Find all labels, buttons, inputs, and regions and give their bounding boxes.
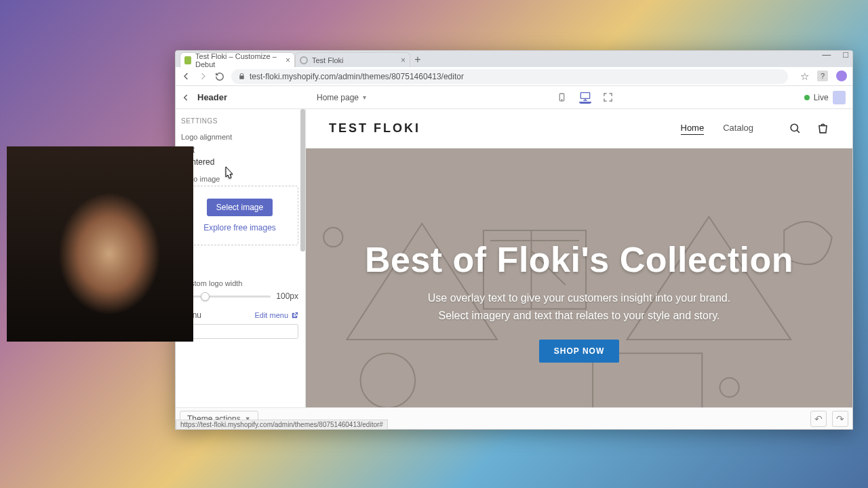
bookmark-star-icon[interactable]: ☆ <box>800 70 809 83</box>
search-icon[interactable] <box>789 122 802 135</box>
url-field[interactable]: test-floki.myshopify.com/admin/themes/80… <box>231 69 788 84</box>
editor-back-icon[interactable] <box>181 93 191 102</box>
hero-title: Best of Floki's Collection <box>365 239 793 280</box>
store-logo-text: TEST FLOKI <box>329 121 420 136</box>
browser-window: ― □ Test Floki – Customize – Debut × Tes… <box>175 50 853 430</box>
external-link-icon <box>291 312 298 319</box>
close-icon[interactable]: × <box>285 56 290 65</box>
browser-tab[interactable]: Test Floki × <box>295 52 410 67</box>
custom-logo-width-label: Custom logo width <box>181 279 298 287</box>
close-icon[interactable]: × <box>401 56 406 65</box>
svg-rect-2 <box>580 93 589 99</box>
live-status-dot <box>804 95 810 100</box>
logo-image-dropzone[interactable]: Select image Explore free images <box>181 186 298 245</box>
undo-button[interactable]: ↶ <box>810 411 827 427</box>
device-fullscreen-icon[interactable] <box>602 92 614 104</box>
select-image-button[interactable]: Select image <box>207 199 273 216</box>
edit-menu-link[interactable]: Edit menu <box>254 311 298 319</box>
store-nav-catalog[interactable]: Catalog <box>723 123 753 135</box>
device-desktop-icon[interactable] <box>579 92 591 104</box>
logo-alignment-option-centered[interactable]: Centered <box>181 156 298 168</box>
redo-button[interactable]: ↷ <box>832 411 848 427</box>
store-nav: Home Catalog <box>681 123 754 135</box>
menu-select[interactable] <box>181 324 298 339</box>
url-text: test-floki.myshopify.com/admin/themes/80… <box>250 72 464 81</box>
lock-icon <box>238 73 245 80</box>
device-mobile-icon[interactable] <box>556 92 568 104</box>
svg-point-1 <box>561 100 562 100</box>
explore-free-images-link[interactable]: Explore free images <box>203 223 276 232</box>
page-selector[interactable]: Home page ▾ <box>304 93 366 102</box>
window-minimize-icon[interactable]: ― <box>822 49 831 60</box>
chevron-down-icon: ▾ <box>363 94 366 101</box>
window-controls: ― □ <box>822 49 848 60</box>
status-bar-url: https://test-floki.myshopify.com/admin/t… <box>176 420 388 430</box>
shopify-favicon-icon <box>184 56 191 64</box>
shopify-theme-editor: Header Home page ▾ Live <box>176 86 852 429</box>
logo-image-label: Logo image <box>181 175 298 183</box>
logo-alignment-label: Logo alignment <box>181 133 298 141</box>
address-bar: test-floki.myshopify.com/admin/themes/80… <box>176 67 852 86</box>
theme-preview: TEST FLOKI Home Catalog <box>306 109 852 429</box>
slider-thumb[interactable] <box>201 292 210 301</box>
profile-avatar-icon[interactable] <box>836 70 847 81</box>
nav-back-icon[interactable] <box>181 71 191 81</box>
tab-strip: Test Floki – Customize – Debut × Test Fl… <box>176 51 852 67</box>
new-tab-button[interactable]: + <box>410 52 425 67</box>
presenter-webcam <box>7 146 193 342</box>
logo-width-value: 100px <box>276 291 298 301</box>
section-title: Header <box>197 92 227 102</box>
favicon-icon <box>300 56 308 64</box>
browser-tab-active[interactable]: Test Floki – Customize – Debut × <box>180 52 295 67</box>
help-icon[interactable]: ? <box>817 70 828 81</box>
window-maximize-icon[interactable]: □ <box>843 49 848 60</box>
cart-icon[interactable] <box>816 122 829 135</box>
page-selector-label: Home page <box>317 93 359 102</box>
store-header: TEST FLOKI Home Catalog <box>306 109 852 148</box>
hero-subtitle: Use overlay text to give your customers … <box>428 289 730 324</box>
logo-alignment-option-left[interactable]: Left <box>181 144 298 156</box>
publish-actions-button[interactable] <box>833 91 846 104</box>
svg-point-3 <box>791 124 797 131</box>
settings-heading: SETTINGS <box>181 117 298 125</box>
hero-cta-button[interactable]: SHOP NOW <box>539 340 619 363</box>
editor-top-bar: Header Home page ▾ Live <box>176 86 852 109</box>
hero-section: Best of Floki's Collection Use overlay t… <box>306 148 852 429</box>
tab-title: Test Floki <box>312 56 343 64</box>
nav-forward-icon[interactable] <box>198 71 208 81</box>
live-label: Live <box>814 93 829 102</box>
settings-sidebar: SETTINGS Logo alignment Left Centered Lo… <box>176 109 306 429</box>
tab-title: Test Floki – Customize – Debut <box>195 52 281 68</box>
logo-width-slider[interactable] <box>181 296 271 298</box>
nav-reload-icon[interactable] <box>215 72 224 81</box>
store-nav-home[interactable]: Home <box>681 123 705 135</box>
